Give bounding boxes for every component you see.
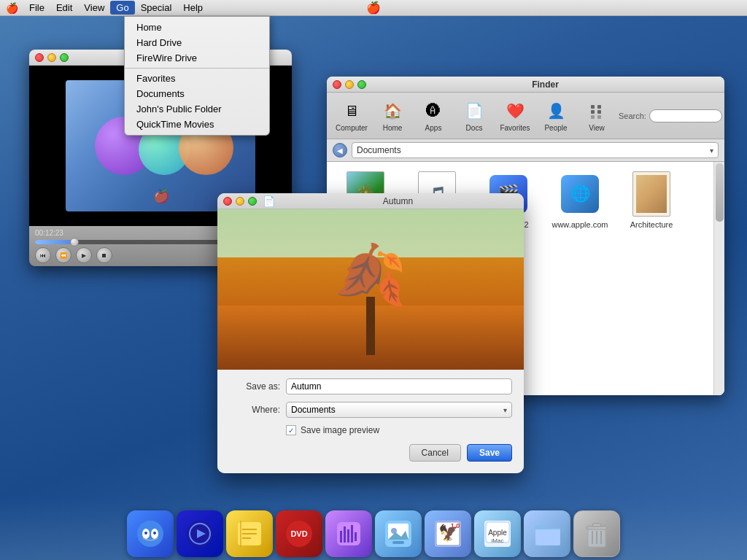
dock-folder-icon [524,510,570,557]
finder-title: Finder [372,79,719,90]
save-preview-checkbox-label: Save image preview [301,425,379,435]
go-menu-quicktime[interactable]: QuickTime Movies [125,117,269,132]
menu-go[interactable]: Go [110,1,134,15]
svg-point-3 [144,532,147,534]
finder-location-bar: Documents ▾ [352,142,719,158]
save-preview-checkbox[interactable]: ✓ [286,425,296,435]
go-menu-home[interactable]: Home [125,20,269,35]
where-select-wrapper: Documents ▾ [286,402,512,418]
dock-item-folder[interactable] [524,510,570,557]
save-dialog-close-button[interactable] [223,197,232,206]
dock-quicktime-icon [177,510,223,557]
finder-tool-favorites[interactable]: ❤️ Favorites [496,97,534,134]
dock-dvd-icon: DVD [276,510,322,557]
menu-view[interactable]: View [78,1,110,15]
docs-icon: 📄 [462,99,486,122]
quicktime-close-button[interactable] [35,53,44,62]
svg-rect-18 [347,529,349,542]
finder-tool-computer[interactable]: 🖥 Computer [333,97,371,134]
quicktime-minimize-button[interactable] [47,53,56,62]
finder-tool-apps[interactable]: 🅐 Apps [414,97,452,134]
quicktime-zoom-button[interactable] [60,53,69,62]
quicktime-traffic-lights [35,53,69,62]
save-dialog-traffic-lights [223,197,257,206]
where-select-value: Documents [291,405,336,415]
svg-rect-20 [355,532,357,541]
dock-finder-icon [127,510,174,557]
go-menu-favorites[interactable]: Favorites [125,71,269,86]
finder-item-architecture-label: Architecture [630,220,673,229]
finder-minimize-button[interactable] [345,80,354,89]
dock-sound-studio-icon [325,510,372,557]
menu-file[interactable]: File [23,1,50,15]
menu-special[interactable]: Special [135,1,178,15]
go-menu-firewire[interactable]: FireWire Drive [125,50,269,66]
finder-close-button[interactable] [333,80,341,89]
autumn-tree-canopy: 🍂 [334,246,407,304]
finder-back-button[interactable]: ◀ [333,143,347,158]
dock-item-trash[interactable] [573,510,620,557]
dock-item-sound-studio[interactable] [325,510,372,557]
menu-help[interactable]: Help [177,1,209,15]
dock-item-mail[interactable]: 🦅 1.0 [425,510,471,557]
dock-trash-icon [573,510,620,557]
finder-tool-home[interactable]: 🏠 Home [374,97,411,134]
people-icon: 👤 [544,99,568,122]
finder-tool-docs[interactable]: 📄 Docs [455,97,493,134]
finder-tool-view[interactable]: View [578,97,616,134]
apple-menu-icon[interactable]: 🍎 [3,2,20,14]
quicktime-back-button[interactable]: ⏪ [55,247,71,263]
dock-item-dvd[interactable]: DVD [276,510,322,557]
favorites-icon: ❤️ [503,99,527,122]
svg-rect-17 [344,526,346,542]
save-dialog-buttons: Cancel Save [229,444,512,464]
finder-location-text: Documents [357,145,401,155]
dock-item-iphoto[interactable] [375,510,422,557]
finder-tool-people-label: People [544,124,567,132]
finder-location-dropdown[interactable]: ▾ [710,147,713,155]
where-label: Where: [229,405,280,415]
quicktime-progress-thumb[interactable] [70,238,79,246]
save-dialog: 📄 Autumn 🍂 Save as: Where: Documents ▾ [217,193,524,473]
save-as-input[interactable] [286,378,512,394]
quicktime-play-button[interactable]: ▶ [76,247,92,263]
save-dialog-minimize-button[interactable] [236,197,244,206]
quicktime-stop-button[interactable]: ⏹ [96,247,112,263]
quicktime-progress-fill [35,240,73,244]
finder-item-apple-web[interactable]: 🌐 www.apple.com [547,168,613,276]
save-dialog-zoom-button[interactable] [248,197,257,206]
dock-item-imac-ref[interactable]: Apple iMac [474,510,521,557]
menu-edit[interactable]: Edit [50,1,78,15]
autumn-background: 🍂 [217,209,524,370]
finder-item-architecture[interactable]: Architecture [619,168,684,276]
save-doc-icon: 📄 [263,195,275,207]
dock-item-notes[interactable] [226,510,273,557]
dock-item-finder[interactable] [127,510,174,557]
svg-rect-19 [351,525,353,542]
svg-rect-25 [392,541,404,544]
finder-scroll-thumb[interactable] [716,163,724,222]
dock-imac-ref-icon: Apple iMac [474,510,521,557]
save-cancel-button[interactable]: Cancel [409,444,461,462]
finder-toolbar: 🖥 Computer 🏠 Home 🅐 Apps 📄 Docs ❤️ Favor… [327,93,724,139]
apple-logo-center: 🍎 [366,1,381,15]
finder-tool-home-label: Home [383,124,403,132]
finder-tool-people[interactable]: 👤 People [537,97,575,134]
finder-search-input[interactable] [649,109,722,122]
go-menu-dropdown: Home Hard Drive FireWire Drive Favorites… [124,16,270,136]
apple-logo-on-ball: 🍎 [153,188,169,204]
save-save-button[interactable]: Save [467,444,512,462]
finder-search-label: Search: [619,112,646,120]
finder-traffic-lights [333,80,366,89]
go-menu-public[interactable]: John's Public Folder [125,101,269,117]
where-select[interactable]: Documents ▾ [286,402,512,418]
finder-zoom-button[interactable] [357,80,366,89]
go-menu-documents[interactable]: Documents [125,86,269,101]
finder-tool-computer-label: Computer [336,124,368,132]
dock-item-quicktime[interactable] [177,510,223,557]
where-row: Where: Documents ▾ [229,402,512,418]
quicktime-rewind-button[interactable]: ⏮ [35,247,51,263]
go-menu-harddrive[interactable]: Hard Drive [125,35,269,50]
computer-icon: 🖥 [340,99,363,122]
finder-scrollbar[interactable] [713,162,724,395]
